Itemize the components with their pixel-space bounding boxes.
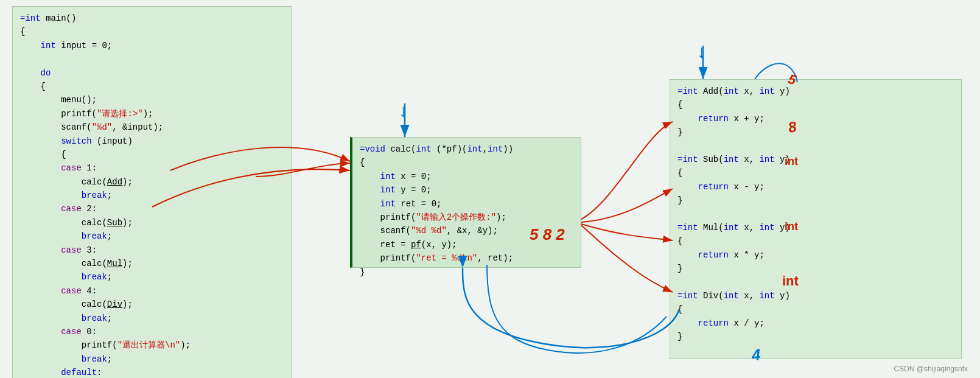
annotation-582: 5 8 2 (530, 225, 565, 244)
annotation-int-1: int (785, 155, 798, 168)
functions-code: =int Add(int x, int y) { return x + y; }… (677, 85, 954, 343)
annotation-4: 4 (751, 345, 761, 365)
annotation-int-3: int (782, 273, 799, 289)
mid-panel-calc: =void calc(int (*pf)(int,int)) { int x =… (350, 137, 581, 268)
watermark: CSDN @shijiaqingsnfx (894, 365, 968, 373)
right-panel-functions: =int Add(int x, int y) { return x + y; }… (670, 79, 962, 359)
annotation-arrow-mid: ↓ (399, 100, 408, 121)
main-code: =int main() { int input = 0; do { menu()… (20, 12, 284, 378)
calc-code: =void calc(int (*pf)(int,int)) { int x =… (360, 142, 573, 279)
annotation-arrow-right: ↓ (697, 41, 706, 62)
annotation-int-2: int (785, 220, 798, 233)
left-panel-main: =int main() { int input = 0; do { menu()… (12, 6, 292, 378)
